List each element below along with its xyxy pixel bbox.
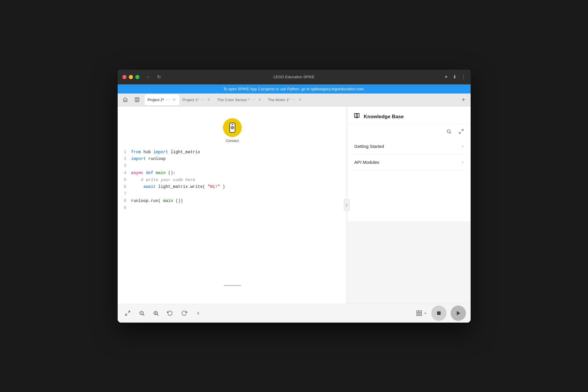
svg-rect-19: [417, 311, 418, 313]
tab-menu-icon[interactable]: ⋯: [292, 97, 296, 102]
kb-item-label: API Modules: [354, 160, 379, 165]
collapse-left-button[interactable]: [193, 308, 204, 318]
add-tab-button[interactable]: +: [459, 95, 468, 104]
tab-menu-icon[interactable]: ⋯: [251, 97, 256, 102]
svg-line-16: [157, 314, 158, 316]
nav-buttons: ← ↻: [145, 73, 162, 81]
code-line-5: 5 # write your code here: [121, 177, 341, 184]
code-lines: 1 from hub import light_matrix 2 import: [118, 146, 347, 215]
svg-line-7: [450, 132, 451, 134]
tab-label: Project 2*: [148, 98, 164, 102]
zoom-in-button[interactable]: [151, 308, 161, 318]
redo-button[interactable]: [179, 308, 189, 318]
svg-rect-0: [135, 98, 139, 102]
play-button[interactable]: [451, 306, 466, 321]
tab-close-icon[interactable]: ✕: [298, 97, 302, 102]
chevron-right-icon: ›: [462, 144, 464, 149]
chevron-right-icon: ›: [462, 160, 464, 164]
traffic-lights: [122, 75, 139, 79]
expand-icon[interactable]: [457, 127, 466, 136]
tab-color-sensor[interactable]: The Color Sensor * ⋯ ✕: [214, 94, 265, 105]
tab-close-icon[interactable]: ✕: [172, 97, 176, 102]
back-button[interactable]: ←: [145, 73, 152, 81]
tab-label: Project 1*: [182, 98, 199, 102]
grid-selector[interactable]: [416, 310, 427, 316]
save-button[interactable]: [132, 94, 142, 105]
kb-toolbar: [347, 124, 471, 139]
kb-extra-area: [347, 221, 471, 304]
code-line-8: 8 runloop.run( main ()): [121, 198, 341, 205]
code-line-4: 4 async def main ():: [121, 170, 341, 177]
editor-content: Connect 1 from hub import light_matrix: [118, 106, 347, 304]
info-banner: To open SPIKE App 2 projects or use Pyth…: [118, 84, 471, 94]
resize-handle[interactable]: [224, 285, 241, 286]
titlebar: ← ↻ LEGO Education SPIKE ✦ ⬇ ⋮: [118, 70, 471, 84]
kb-list: Getting Started › API Modules ›: [347, 139, 471, 221]
tab-motor[interactable]: The Motor 1* ⋯ ✕: [265, 94, 305, 105]
svg-line-10: [128, 311, 130, 313]
svg-line-9: [459, 132, 461, 133]
playback-controls: [416, 306, 466, 321]
tab-menu-icon[interactable]: ⋯: [166, 97, 170, 102]
code-line-1: 1 from hub import light_matrix: [121, 149, 341, 156]
code-line-9: 9: [121, 205, 341, 212]
knowledge-base-panel: ‖ Knowledge Base: [347, 106, 471, 304]
tab-menu-icon[interactable]: ⋯: [201, 97, 205, 102]
code-line-3: 3: [121, 163, 341, 170]
svg-marker-24: [457, 311, 460, 316]
search-button[interactable]: [444, 127, 454, 136]
fullscreen-button[interactable]: [122, 308, 133, 318]
tab-project2[interactable]: Project 2* ⋯ ✕: [145, 94, 179, 105]
bottom-toolbar: [118, 304, 471, 323]
svg-rect-21: [417, 314, 418, 316]
code-line-7: 7: [121, 191, 341, 198]
refresh-button[interactable]: ↻: [156, 73, 162, 81]
extensions-icon[interactable]: ✦: [444, 74, 448, 80]
svg-rect-23: [437, 311, 441, 315]
kb-item-getting-started[interactable]: Getting Started ›: [352, 139, 466, 154]
tabbar: Project 2* ⋯ ✕ Project 1* ⋯ ✕ The Color …: [118, 94, 471, 106]
zoom-out-button[interactable]: [136, 308, 147, 318]
svg-point-4: [232, 127, 233, 128]
menu-icon[interactable]: ⋮: [461, 74, 466, 80]
connect-icon[interactable]: [223, 118, 242, 137]
kb-header: Knowledge Base: [347, 106, 471, 124]
home-button[interactable]: [120, 94, 131, 105]
download-icon[interactable]: ⬇: [453, 74, 457, 80]
svg-rect-22: [419, 314, 421, 316]
tab-project1[interactable]: Project 1* ⋯ ✕: [179, 94, 214, 105]
kb-title: Knowledge Base: [364, 114, 404, 120]
main-content: Connect 1 from hub import light_matrix: [118, 106, 471, 304]
kb-item-label: Getting Started: [354, 144, 384, 149]
window-title: LEGO Education SPIKE: [274, 75, 314, 79]
code-line-2: 2 import runloop: [121, 156, 341, 163]
close-button[interactable]: [122, 75, 126, 79]
svg-rect-20: [419, 311, 421, 313]
tab-label: The Color Sensor *: [217, 98, 250, 102]
kb-item-api-modules[interactable]: API Modules ›: [352, 154, 466, 170]
svg-line-13: [143, 314, 144, 316]
code-editor[interactable]: Connect 1 from hub import light_matrix: [118, 106, 347, 304]
stop-button[interactable]: [431, 306, 447, 321]
svg-line-8: [462, 129, 463, 131]
undo-button[interactable]: [165, 308, 175, 318]
app-window: ← ↻ LEGO Education SPIKE ✦ ⬇ ⋮ To open S…: [118, 70, 471, 323]
svg-line-11: [125, 314, 127, 316]
tab-close-icon[interactable]: ✕: [206, 97, 211, 102]
collapse-panel-button[interactable]: ‖: [344, 199, 350, 211]
titlebar-right: ✦ ⬇ ⋮: [444, 74, 466, 80]
tab-label: The Motor 1*: [268, 98, 290, 102]
svg-rect-1: [136, 100, 138, 102]
svg-rect-5: [231, 124, 233, 125]
connect-area: Connect: [118, 112, 347, 146]
code-line-6: 6 await light_matrix.write( "Hi!" ): [121, 184, 341, 191]
book-icon: [353, 112, 360, 121]
maximize-button[interactable]: [135, 75, 139, 79]
tab-close-icon[interactable]: ✕: [257, 97, 262, 102]
svg-point-6: [447, 130, 450, 133]
minimize-button[interactable]: [129, 75, 133, 79]
connect-label: Connect: [226, 139, 239, 143]
editor-controls: [122, 308, 204, 318]
